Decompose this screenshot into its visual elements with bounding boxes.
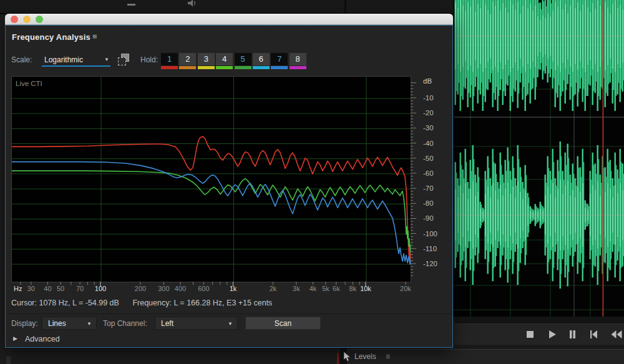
hold-button-1[interactable]: 1 [161, 53, 178, 69]
play-icon [547, 330, 558, 338]
speaker-icon [187, 0, 198, 9]
window-titlebar[interactable] [5, 14, 453, 25]
hold-color-swatch [179, 66, 196, 69]
db-axis-labels: dB-10-20-30-40-50-60-70-80-90-100-110-12… [421, 76, 450, 282]
chevron-down-icon: ▼ [228, 321, 233, 327]
hold-button-6[interactable]: 6 [253, 53, 270, 69]
advanced-label: Advanced [25, 335, 60, 343]
panel-divider [453, 0, 454, 317]
disclosure-triangle-icon: ▶ [13, 335, 17, 342]
freq-tick-label: 100 [95, 285, 106, 292]
top-channel-value: Left [161, 319, 173, 328]
advanced-toggle[interactable]: ▶ Advanced [6, 333, 193, 346]
meter-clip-indicator [337, 353, 339, 364]
db-tick-label: -120 [423, 260, 437, 267]
freq-tick-label: 20k [400, 285, 411, 292]
freq-tick-label: 6k [333, 285, 340, 292]
display-label: Display: [11, 319, 38, 328]
db-tick-label: -10 [423, 94, 434, 102]
frequency-analysis-window: Frequency Analysis ≡ Scale: Logarithmic … [5, 14, 453, 348]
db-tick-label: -90 [423, 214, 434, 222]
stereo-waveform [454, 0, 624, 317]
display-value: Lines [48, 319, 66, 328]
waveform-editor[interactable] [454, 0, 624, 317]
panel-menu-icon[interactable]: ≡ [386, 352, 390, 361]
play-button[interactable] [544, 326, 561, 342]
hold-button-2[interactable]: 2 [179, 53, 196, 69]
scale-dropdown[interactable]: Logarithmic ▼ [37, 53, 113, 67]
freq-tick-label: 600 [198, 285, 209, 292]
hold-button-7[interactable]: 7 [271, 53, 288, 69]
minimize-button[interactable] [23, 16, 31, 23]
top-channel-dropdown[interactable]: Left ▼ [155, 317, 238, 330]
hold-button-3[interactable]: 3 [198, 53, 215, 69]
hold-button-8[interactable]: 8 [290, 53, 306, 69]
db-tick-label: -60 [423, 170, 434, 177]
top-toolbar [0, 0, 454, 14]
freq-tick-label: 300 [158, 285, 169, 292]
chevron-down-icon: ▼ [87, 321, 92, 327]
hold-buttons: 12345678 [161, 53, 308, 69]
cursor-readout-row: Cursor: 1078 Hz, L = -54.99 dB Frequency… [11, 299, 283, 307]
stop-button[interactable] [522, 326, 539, 342]
panel-divider [454, 317, 624, 322]
zoom-button[interactable] [36, 16, 43, 23]
focus-underline [42, 65, 110, 67]
hold-color-swatch [161, 66, 178, 69]
freq-tick-label: 8k [349, 285, 357, 292]
freq-tick-label: 1k [230, 285, 237, 292]
skip-to-start-button[interactable] [585, 326, 603, 342]
levels-panel: Levels ≡ [347, 349, 624, 364]
hold-color-swatch [271, 66, 288, 69]
divider [6, 314, 452, 314]
hold-label: Hold: [140, 55, 158, 64]
freq-tick-label: Hz [14, 285, 22, 292]
db-tick-label: -30 [423, 124, 434, 132]
cursor-readout: Cursor: 1078 Hz, L = -54.99 dB [11, 299, 119, 307]
db-tick-label: -50 [423, 155, 434, 162]
levels-panel-title: Levels [354, 352, 376, 361]
hold-color-swatch [253, 66, 270, 69]
scale-value: Logarithmic [44, 55, 83, 64]
frequency-curves [12, 77, 411, 282]
scan-button[interactable]: Scan [245, 317, 321, 330]
pause-icon [567, 330, 578, 338]
screen: Levels ≡ Frequency Analysis ≡ Scale: Log… [0, 0, 624, 364]
panel-menu-icon[interactable]: ≡ [92, 32, 97, 41]
hold-button-5[interactable]: 5 [235, 53, 251, 69]
freq-tick-label: 70 [76, 285, 84, 292]
copy-graph-icon[interactable] [117, 53, 130, 67]
bottom-controls: Display: Lines ▼ Top Channel: Left ▼ Sca… [6, 316, 452, 331]
live-cti-label: Live CTI [16, 80, 42, 87]
hold-color-swatch [290, 66, 306, 69]
freq-tick-label: 200 [135, 285, 146, 292]
frequency-plot[interactable]: Live CTI [11, 76, 411, 282]
db-tick-label: -100 [423, 230, 437, 237]
freq-axis-labels: Hz304050701002003004006001k2k3k4k5k6k8k1… [11, 285, 423, 294]
freq-tick-label: 10k [360, 285, 371, 292]
db-tick-label: -40 [423, 140, 434, 147]
panel-edge [6, 357, 11, 364]
freq-tick-label: 2k [270, 285, 277, 292]
hold-color-swatch [235, 66, 251, 69]
pause-button[interactable] [564, 326, 582, 342]
freq-tick-label: 40 [44, 285, 51, 292]
freq-tick-label: 4k [310, 285, 317, 292]
minimize-icon [127, 4, 135, 6]
close-button[interactable] [11, 16, 18, 23]
display-dropdown[interactable]: Lines ▼ [42, 317, 97, 330]
db-tick-label: -80 [423, 199, 434, 207]
hold-color-swatch [216, 66, 233, 69]
db-tick-label: -20 [423, 109, 434, 117]
freq-tick-label: 30 [27, 285, 35, 292]
freq-tick-label: 400 [175, 285, 186, 292]
freq-tick-label: 5k [322, 285, 329, 292]
panel-divider [344, 0, 346, 13]
chevron-down-icon: ▼ [104, 57, 109, 62]
transport-bar [454, 322, 624, 345]
rewind-button[interactable] [608, 326, 624, 342]
skip-to-start-icon [588, 330, 600, 338]
hold-button-4[interactable]: 4 [216, 53, 233, 69]
rewind-icon [611, 330, 622, 338]
db-ruler [411, 76, 421, 282]
